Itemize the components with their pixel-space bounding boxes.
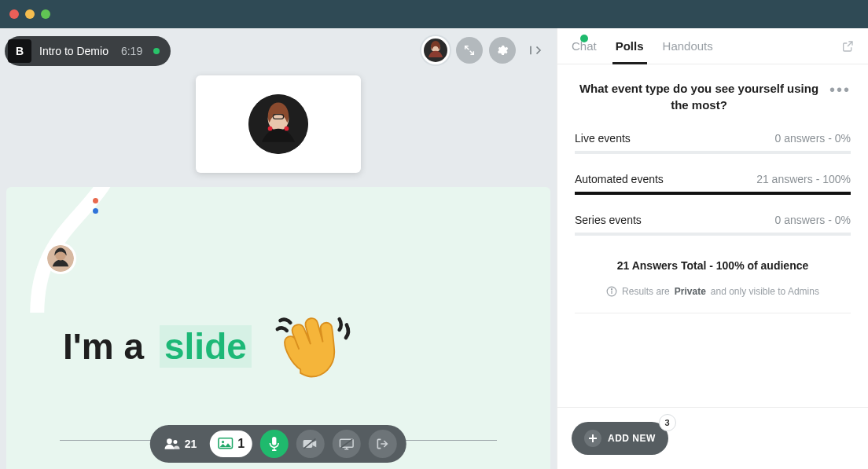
poll-option[interactable]: Live events 0 answers - 0% (575, 132, 851, 154)
collapse-panel-button[interactable] (522, 37, 549, 64)
screenshare-off-button[interactable] (333, 430, 361, 458)
brand-badge: B (8, 39, 31, 63)
poll-option-stat: 0 answers - 0% (775, 214, 851, 226)
svg-point-6 (268, 126, 273, 131)
poll-option[interactable]: Automated events 21 answers - 100% (575, 173, 851, 195)
svg-point-21 (612, 289, 612, 290)
svg-rect-14 (273, 437, 277, 445)
slide-text-highlight: slide (160, 325, 252, 368)
poll-option-label: Live events (575, 132, 631, 145)
poll-option-bar (575, 151, 851, 154)
privacy-suffix: and only visible to Admins (711, 286, 819, 297)
camera-off-button[interactable] (296, 430, 325, 458)
poll-privacy-note: Results are Private and only visible to … (575, 286, 851, 297)
media-share-button[interactable]: 1 (209, 431, 252, 457)
stage-top-controls (421, 36, 549, 64)
screen-off-icon (339, 438, 355, 450)
window-minimize-icon[interactable] (25, 9, 35, 19)
slide-text-prefix: I'm a (63, 325, 144, 368)
leave-session-button[interactable] (369, 430, 397, 458)
info-icon (606, 286, 617, 297)
microphone-button[interactable] (260, 430, 289, 458)
window-titlebar (0, 0, 868, 28)
poll-question: What event type do you see yourself usin… (575, 80, 823, 113)
decorative-curve-icon (6, 187, 140, 313)
add-new-button[interactable]: ADD NEW 3 (572, 422, 668, 455)
presentation-slide: I'm a slide 21 1 (6, 187, 550, 469)
poll-option-stat: 0 answers - 0% (775, 132, 851, 145)
tab-polls-label: Polls (616, 39, 644, 53)
presenter-avatar[interactable] (421, 36, 450, 64)
webcam-tile[interactable] (196, 75, 361, 173)
people-icon (164, 438, 180, 450)
live-status-dot-icon (153, 48, 160, 54)
chat-notification-dot-icon (580, 35, 588, 42)
panel-tabs: Chat Polls Handouts (557, 28, 868, 64)
window-traffic-lights (9, 9, 50, 19)
svg-rect-15 (303, 440, 313, 448)
attendee-avatar[interactable] (47, 245, 74, 272)
poll-option-stat: 21 answers - 100% (756, 173, 851, 185)
attendee-count-button[interactable]: 21 (160, 438, 202, 450)
poll-option[interactable]: Series events 0 answers - 0% (575, 214, 851, 236)
tab-handouts[interactable]: Handouts (663, 39, 713, 64)
webcam-avatar-icon (248, 94, 308, 154)
attendee-count-value: 21 (185, 438, 197, 450)
open-external-button[interactable] (841, 40, 854, 64)
decorative-dots-icon (93, 198, 98, 214)
plus-icon (584, 430, 601, 447)
fullscreen-button[interactable] (456, 37, 483, 64)
window-maximize-icon[interactable] (41, 9, 50, 19)
add-new-badge: 3 (659, 414, 676, 431)
tab-handouts-label: Handouts (663, 39, 713, 53)
poll-more-button[interactable]: ••• (829, 80, 851, 97)
window-close-icon[interactable] (9, 9, 19, 19)
privacy-bold: Private (675, 286, 706, 297)
camera-off-icon (303, 438, 318, 450)
side-panel: Chat Polls Handouts What event type do y… (557, 28, 868, 469)
svg-point-11 (173, 440, 177, 444)
svg-point-7 (285, 126, 289, 131)
session-title: Intro to Demio (39, 45, 108, 57)
poll-totals: 21 Answers Total - 100% of audience (575, 259, 851, 272)
svg-point-13 (222, 441, 224, 443)
poll-option-label: Automated events (575, 173, 664, 185)
panel-divider (575, 313, 851, 313)
waving-hand-icon (267, 303, 354, 390)
svg-line-18 (341, 439, 353, 448)
tab-chat[interactable]: Chat (572, 39, 597, 64)
image-icon (217, 438, 233, 450)
poll-option-label: Series events (575, 214, 642, 226)
privacy-prefix: Results are (622, 286, 670, 297)
external-link-icon (841, 40, 854, 53)
stage-area: B Intro to Demio 6:19 (0, 28, 557, 469)
poll-body: What event type do you see yourself usin… (557, 64, 868, 407)
tab-polls[interactable]: Polls (616, 39, 644, 64)
presenter-toolbar: 21 1 (150, 425, 406, 463)
poll-option-bar (575, 192, 851, 195)
session-time: 6:19 (121, 45, 142, 57)
session-info-pill[interactable]: B Intro to Demio 6:19 (5, 36, 171, 66)
media-count-value: 1 (237, 437, 245, 451)
poll-option-bar (575, 233, 851, 236)
svg-point-10 (167, 438, 172, 444)
panel-footer: ADD NEW 3 (557, 407, 868, 469)
exit-icon (376, 438, 390, 450)
microphone-icon (268, 437, 281, 451)
settings-button[interactable] (489, 37, 516, 64)
add-new-label: ADD NEW (608, 433, 656, 444)
